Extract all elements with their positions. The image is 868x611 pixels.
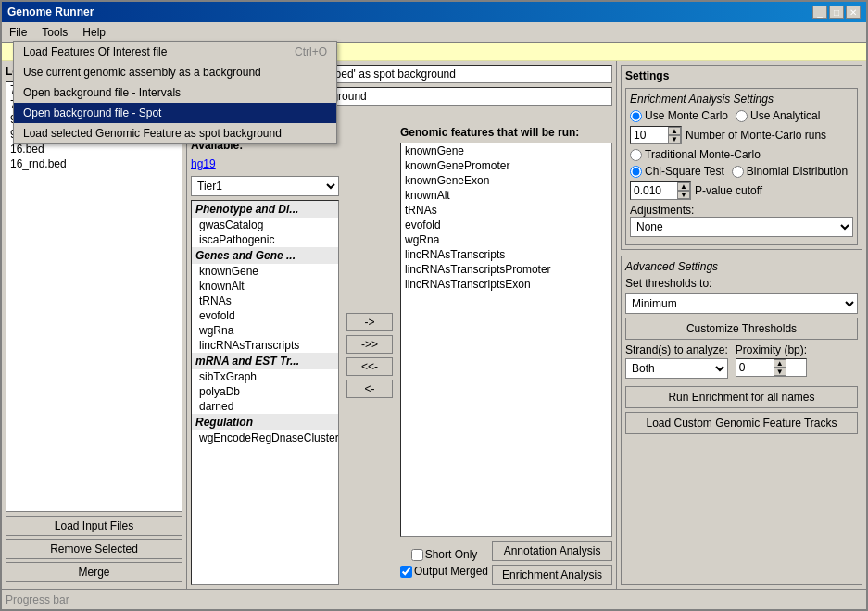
chi-square-radio[interactable] — [630, 166, 642, 178]
binomial-radio[interactable] — [732, 166, 744, 178]
dropdown-open-bg-spot[interactable]: Open background file - Spot — [14, 103, 336, 123]
tree-item-evofold[interactable]: evofold — [192, 308, 338, 323]
tree-category-phenotype: Phenotype and Di... — [192, 201, 338, 218]
selected-features-list[interactable]: knownGene knownGenePromoter knownGeneExo… — [400, 143, 612, 537]
mc-runs-spinner-buttons: ▲ ▼ — [668, 127, 681, 143]
features-left-panel: Genomic features Available: hg19 Tier1 P… — [191, 126, 339, 585]
menu-file[interactable]: File — [2, 24, 34, 41]
dropdown-use-assembly[interactable]: Use current genomic assembly as a backgr… — [14, 62, 336, 82]
add-all-arrow-button[interactable]: ->> — [346, 335, 393, 354]
strand-col: Strand(s) to analyze: Both — [625, 343, 728, 379]
adjustments-label: Adjustments: — [630, 204, 853, 217]
tree-item-darned[interactable]: darned — [192, 399, 338, 414]
mc-runs-up-button[interactable]: ▲ — [668, 127, 681, 135]
foi-file-list[interactable]: 7up.bed 7up_rnd.bed 9dn.bed 9dn_rnd.bed … — [6, 81, 182, 512]
traditional-mc-label: Traditional Monte-Carlo — [645, 148, 761, 161]
output-merged-checkbox[interactable] — [400, 566, 412, 578]
tier-dropdown[interactable]: Tier1 — [191, 176, 339, 196]
pvalue-down-button[interactable]: ▼ — [677, 191, 690, 199]
pvalue-input[interactable] — [631, 183, 677, 198]
features-tree[interactable]: Phenotype and Di... gwasCatalog iscaPath… — [191, 200, 339, 585]
short-only-label: Short Only — [425, 548, 478, 561]
adjustments-select[interactable]: None — [630, 217, 853, 237]
file-item-6[interactable]: 16_rnd.bed — [6, 156, 182, 171]
selected-lincrnaexon[interactable]: lincRNAsTranscriptsExon — [401, 277, 611, 292]
settings-title: Settings — [625, 69, 858, 82]
run-enrichment-button[interactable]: Run Enrichment for all names — [625, 386, 858, 408]
mc-runs-down-button[interactable]: ▼ — [668, 135, 681, 143]
genomic-section: Genomic features Available: hg19 Tier1 P… — [191, 126, 612, 585]
dropdown-load-foi[interactable]: Load Features Of Interest file Ctrl+O — [14, 42, 336, 62]
remove-arrow-button[interactable]: <- — [346, 380, 393, 398]
mc-runs-input[interactable] — [631, 128, 668, 143]
strand-label: Strand(s) to analyze: — [625, 343, 728, 356]
selected-knowngeneexon[interactable]: knownGeneExon — [401, 173, 611, 188]
selected-wgrna[interactable]: wgRna — [401, 232, 611, 247]
tree-item-knowngene[interactable]: knownGene — [192, 264, 338, 279]
dropdown-load-genomic-spot-bg[interactable]: Load selected Genomic Feature as spot ba… — [14, 123, 336, 143]
tree-category-mrna: mRNA and EST Tr... — [192, 353, 338, 369]
short-only-checkbox[interactable] — [411, 549, 423, 561]
remove-selected-button[interactable]: Remove Selected — [6, 539, 182, 559]
use-monte-carlo-radio-item: Use Monte Carlo — [630, 109, 728, 122]
analytical-radio[interactable] — [736, 110, 748, 122]
tree-category-genes: Genes and Gene ... — [192, 247, 338, 264]
add-arrow-button[interactable]: -> — [346, 313, 393, 331]
binomial-label: Binomial Distribution — [747, 165, 848, 178]
tree-item-wgencode[interactable]: wgEncodeRegDnaseCluster... — [192, 430, 338, 445]
threshold-label: Set thresholds to: — [625, 277, 858, 290]
selected-evofold[interactable]: evofold — [401, 218, 611, 232]
merge-button[interactable]: Merge — [6, 562, 182, 582]
enrichment-analysis-button[interactable]: Enrichment Analysis — [492, 565, 612, 585]
arrow-buttons: -> ->> <<- <- — [343, 126, 396, 585]
close-button[interactable]: ✕ — [846, 6, 861, 19]
pvalue-spinner: ▲ ▼ — [630, 181, 691, 200]
tree-item-gwascatalog[interactable]: gwasCatalog — [192, 218, 338, 232]
proximity-spinner-buttons: ▲ ▼ — [774, 359, 786, 376]
threshold-select[interactable]: Minimum — [625, 293, 858, 314]
bottom-controls: Short Only Output Merged Annotation Anal… — [400, 541, 612, 585]
remove-all-arrow-button[interactable]: <<- — [346, 357, 393, 376]
annotation-analysis-button[interactable]: Annotation Analysis — [492, 541, 612, 561]
proximity-col: Proximity (bp): ▲ ▼ — [736, 343, 807, 379]
tree-item-lincrnas[interactable]: lincRNAsTranscripts — [192, 338, 338, 353]
enrichment-settings-group: Enrichment Analysis Settings Use Monte C… — [625, 88, 858, 245]
menu-help[interactable]: Help — [75, 24, 113, 41]
load-custom-genomic-tracks-button[interactable]: Load Custom Genomic Feature Tracks — [625, 412, 858, 434]
tree-item-knownalt[interactable]: knownAlt — [192, 279, 338, 293]
load-input-files-button[interactable]: Load Input Files — [6, 516, 182, 536]
customize-thresholds-button[interactable]: Customize Thresholds — [625, 318, 858, 340]
window-controls: _ □ ✕ — [812, 6, 861, 19]
tree-item-sibtxgraph[interactable]: sibTxGraph — [192, 369, 338, 384]
selected-lincrnas[interactable]: lincRNAsTranscripts — [401, 247, 611, 262]
proximity-up-button[interactable]: ▲ — [774, 359, 786, 368]
assembly-link[interactable]: hg19 — [191, 157, 216, 170]
proximity-down-button[interactable]: ▼ — [774, 368, 786, 376]
tree-item-wgrna[interactable]: wgRna — [192, 323, 338, 338]
output-merged-label: Output Merged — [414, 565, 488, 578]
tree-item-iscapathogenic[interactable]: iscaPathogenic — [192, 232, 338, 247]
dropdown-open-bg-intervals[interactable]: Open background file - Intervals — [14, 82, 336, 103]
progress-label: Progress bar — [6, 593, 69, 606]
selected-lincrnaspromoter[interactable]: lincRNAsTranscriptsPromoter — [401, 262, 611, 277]
maximize-button[interactable]: □ — [829, 6, 844, 19]
menu-tools[interactable]: Tools — [34, 24, 75, 41]
monte-carlo-radio[interactable] — [630, 110, 642, 122]
pvalue-row: ▲ ▼ P-value cutoff — [630, 181, 853, 200]
right-panel: Settings Enrichment Analysis Settings Us… — [616, 61, 866, 589]
proximity-spinner: ▲ ▼ — [736, 358, 807, 377]
tree-item-polyadb[interactable]: polyaDb — [192, 384, 338, 399]
pvalue-up-button[interactable]: ▲ — [677, 182, 690, 191]
selected-knowngenepromoter[interactable]: knownGenePromoter — [401, 158, 611, 173]
selected-trnas[interactable]: tRNAs — [401, 203, 611, 218]
proximity-input[interactable] — [736, 360, 774, 375]
window-title: Genome Runner — [7, 6, 94, 19]
selected-knownalt[interactable]: knownAlt — [401, 188, 611, 203]
traditional-mc-radio[interactable] — [630, 149, 642, 161]
advanced-settings-group: Advanced Settings Set thresholds to: Min… — [621, 256, 862, 585]
strand-select[interactable]: Both — [625, 358, 728, 379]
selected-knowngene[interactable]: knownGene — [401, 143, 611, 158]
tree-item-trnas[interactable]: tRNAs — [192, 293, 338, 308]
distribution-radio-row: Chi-Square Test Binomial Distribution — [630, 165, 853, 178]
minimize-button[interactable]: _ — [812, 6, 827, 19]
